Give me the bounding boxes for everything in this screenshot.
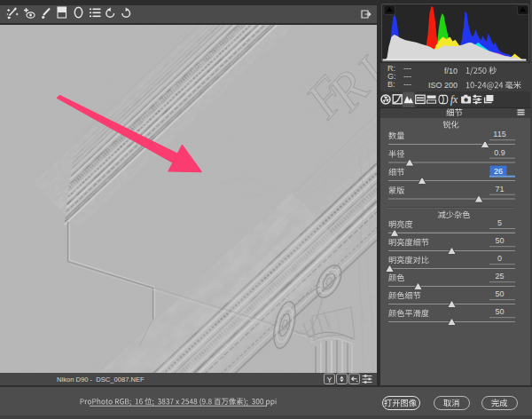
svg-text:26: 26 <box>494 167 503 176</box>
svg-text:Y: Y <box>327 376 332 384</box>
svg-text:fx: fx <box>450 94 458 106</box>
